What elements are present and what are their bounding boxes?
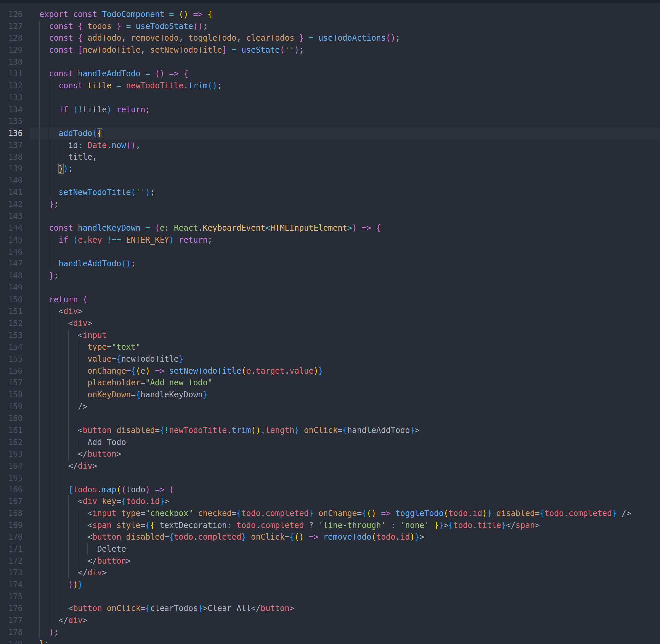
code-line[interactable]: 140: [0, 175, 660, 187]
line-content[interactable]: id: Date.now(),: [30, 140, 660, 152]
line-number[interactable]: 127: [0, 21, 30, 32]
code-line[interactable]: 134 if (!title) return;: [0, 104, 660, 116]
line-content[interactable]: [30, 282, 660, 294]
code-line[interactable]: 143: [0, 211, 660, 223]
line-content[interactable]: <span style={{ textDecoration: todo.comp…: [30, 520, 660, 532]
line-number[interactable]: 132: [0, 80, 30, 92]
line-number[interactable]: 173: [0, 567, 30, 579]
line-content[interactable]: export const TodoComponent = () => {: [30, 9, 660, 21]
line-number[interactable]: 170: [0, 531, 30, 544]
line-content[interactable]: value={newTodoTitle}: [30, 353, 660, 365]
line-number[interactable]: 179: [0, 638, 30, 644]
line-number[interactable]: 135: [0, 116, 30, 128]
line-content[interactable]: onChange={(e) => setNewTodoTitle(e.targe…: [30, 365, 660, 377]
line-content[interactable]: const handleKeyDown = (e: React.Keyboard…: [30, 223, 660, 234]
line-number[interactable]: 151: [0, 306, 30, 318]
line-number[interactable]: 128: [0, 32, 30, 44]
line-number[interactable]: 129: [0, 44, 30, 56]
line-number[interactable]: 158: [0, 389, 30, 401]
code-line[interactable]: 127 const { todos } = useTodoState();: [0, 21, 660, 32]
line-content[interactable]: const { todos } = useTodoState();: [30, 21, 660, 32]
code-line[interactable]: 176 <button onClick={clearTodos}>Clear A…: [0, 603, 660, 615]
line-number[interactable]: 174: [0, 579, 30, 591]
line-number[interactable]: 150: [0, 294, 30, 306]
line-content[interactable]: if (!title) return;: [30, 104, 660, 116]
line-number[interactable]: 166: [0, 484, 30, 496]
code-line[interactable]: 151 <div>: [0, 306, 660, 318]
code-line[interactable]: 172 </button>: [0, 555, 660, 568]
line-number[interactable]: 131: [0, 68, 30, 80]
line-content[interactable]: if (e.key !== ENTER_KEY) return;: [30, 234, 660, 247]
line-number[interactable]: 148: [0, 270, 30, 282]
line-content[interactable]: [30, 116, 660, 128]
code-line[interactable]: 129 const [newTodoTitle, setNewTodoTitle…: [0, 44, 660, 56]
line-content[interactable]: placeholder="Add new todo": [30, 377, 660, 389]
code-line[interactable]: 161 <button disabled={!newTodoTitle.trim…: [0, 424, 660, 437]
line-content[interactable]: [30, 211, 660, 223]
line-number[interactable]: 141: [0, 187, 30, 199]
code-line[interactable]: 131 const handleAddTodo = () => {: [0, 68, 660, 80]
line-number[interactable]: 177: [0, 615, 30, 627]
line-content[interactable]: </button>: [30, 448, 660, 460]
code-line[interactable]: 148 };: [0, 270, 660, 282]
line-number[interactable]: 153: [0, 330, 30, 342]
line-content[interactable]: const { addTodo, removeTodo, toggleTodo,…: [30, 32, 660, 44]
code-line[interactable]: 158 onKeyDown={handleKeyDown}: [0, 389, 660, 401]
line-content[interactable]: <button disabled={!newTodoTitle.trim().l…: [30, 424, 660, 437]
code-line[interactable]: 166 {todos.map((todo) => (: [0, 484, 660, 496]
code-line[interactable]: 162 Add Todo: [0, 437, 660, 448]
line-number[interactable]: 136: [0, 128, 30, 140]
line-number[interactable]: 147: [0, 258, 30, 270]
line-content[interactable]: <button disabled={todo.completed} onClic…: [30, 531, 660, 544]
line-number[interactable]: 130: [0, 56, 30, 68]
line-number[interactable]: 142: [0, 199, 30, 211]
code-line[interactable]: 135: [0, 116, 660, 128]
code-line[interactable]: 175: [0, 591, 660, 603]
line-content[interactable]: Delete: [30, 544, 660, 555]
code-line[interactable]: 128 const { addTodo, removeTodo, toggleT…: [0, 32, 660, 44]
line-number[interactable]: 144: [0, 223, 30, 234]
line-content[interactable]: handleAddTodo();: [30, 258, 660, 270]
code-line[interactable]: 169 <span style={{ textDecoration: todo.…: [0, 520, 660, 532]
line-number[interactable]: 159: [0, 401, 30, 413]
line-content[interactable]: return (: [30, 294, 660, 306]
line-number[interactable]: 138: [0, 151, 30, 163]
line-number[interactable]: 146: [0, 247, 30, 258]
line-content[interactable]: Add Todo: [30, 437, 660, 448]
code-line[interactable]: 138 title,: [0, 151, 660, 163]
line-content[interactable]: [30, 92, 660, 104]
line-content[interactable]: setNewTodoTitle('');: [30, 187, 660, 199]
line-number[interactable]: 164: [0, 460, 30, 472]
code-line[interactable]: 147 handleAddTodo();: [0, 258, 660, 270]
code-line[interactable]: 146: [0, 247, 660, 258]
code-line-active[interactable]: 136 addTodo({: [0, 128, 660, 140]
code-line[interactable]: 142 };: [0, 199, 660, 211]
line-number[interactable]: 154: [0, 341, 30, 353]
code-line[interactable]: 173 </div>: [0, 567, 660, 579]
line-content[interactable]: <input type="checkbox" checked={todo.com…: [30, 508, 660, 520]
line-content[interactable]: [30, 175, 660, 187]
line-content[interactable]: </div>: [30, 567, 660, 579]
line-content[interactable]: [30, 56, 660, 68]
code-line[interactable]: 168 <input type="checkbox" checked={todo…: [0, 508, 660, 520]
code-line[interactable]: 167 <div key={todo.id}>: [0, 496, 660, 508]
line-content[interactable]: title,: [30, 151, 660, 163]
line-number[interactable]: 176: [0, 603, 30, 615]
line-content[interactable]: <div key={todo.id}>: [30, 496, 660, 508]
line-content[interactable]: </button>: [30, 555, 660, 568]
line-number[interactable]: 165: [0, 472, 30, 484]
code-editor[interactable]: 126export const TodoComponent = () => {1…: [0, 3, 660, 644]
code-line[interactable]: 157 placeholder="Add new todo": [0, 377, 660, 389]
line-content[interactable]: [30, 247, 660, 258]
code-line[interactable]: 165: [0, 472, 660, 484]
line-content[interactable]: const [newTodoTitle, setNewTodoTitle] = …: [30, 44, 660, 56]
code-line[interactable]: 179};: [0, 638, 660, 644]
line-content[interactable]: />: [30, 401, 660, 413]
code-line[interactable]: 141 setNewTodoTitle('');: [0, 187, 660, 199]
code-line[interactable]: 164 </div>: [0, 460, 660, 472]
line-number[interactable]: 156: [0, 365, 30, 377]
code-line[interactable]: 155 value={newTodoTitle}: [0, 353, 660, 365]
line-content[interactable]: <button onClick={clearTodos}>Clear All</…: [30, 603, 660, 615]
code-line[interactable]: 171 Delete: [0, 544, 660, 555]
line-number[interactable]: 178: [0, 627, 30, 639]
